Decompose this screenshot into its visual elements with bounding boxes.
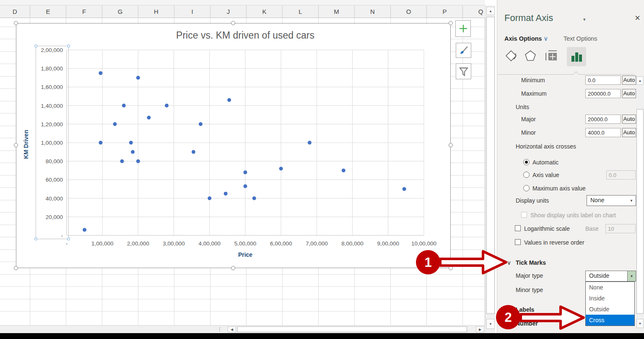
plus-icon — [458, 23, 468, 34]
automatic-label: Automatic — [532, 159, 558, 166]
minor-unit-input[interactable] — [585, 128, 621, 137]
logarithmic-scale-checkbox[interactable] — [515, 225, 521, 231]
svg-text:8,00,000: 8,00,000 — [341, 240, 364, 247]
column-header-Q[interactable]: Q — [463, 5, 485, 18]
major-auto-button[interactable]: Auto — [622, 115, 636, 124]
chevron-down-icon[interactable]: ∨ — [507, 259, 511, 266]
effects-icon[interactable] — [524, 50, 537, 63]
svg-text:2,00,000: 2,00,000 — [127, 240, 149, 247]
svg-text:3,00,000: 3,00,000 — [163, 240, 185, 247]
pane-dropdown-icon[interactable]: ▾ — [583, 17, 586, 22]
column-header-I[interactable]: I — [174, 5, 210, 18]
dropdown-option-inside[interactable]: Inside — [586, 293, 634, 304]
chart-filters-button[interactable] — [456, 63, 471, 79]
scrollbar-grip-icon[interactable]: ⋮ — [217, 326, 222, 332]
vertical-scrollbar[interactable]: ▲ ▼ — [485, 5, 495, 333]
selected-y-axis-box[interactable] — [36, 46, 69, 239]
automatic-radio[interactable] — [523, 159, 530, 165]
right-arrow-icon: ▶ — [479, 328, 481, 331]
tab-axis-options[interactable]: Axis Options ∨ — [504, 35, 548, 42]
chart-elements-button[interactable] — [455, 20, 471, 37]
scroll-down-button[interactable]: ▼ — [486, 319, 495, 329]
column-header-M[interactable]: M — [319, 5, 355, 18]
scroll-up-button[interactable]: ▲ — [486, 7, 495, 15]
pane-title: Format Axis — [504, 13, 553, 23]
close-icon[interactable]: × — [635, 13, 640, 23]
display-units-value: None — [590, 197, 604, 203]
formula-bar-edge — [0, 0, 485, 5]
chart-resize-handle[interactable] — [231, 266, 235, 270]
pane-scrollbar[interactable]: ▲ ▼ — [636, 76, 644, 333]
show-display-units-checkbox — [521, 212, 527, 218]
horizontal-scrollbar[interactable]: ⋮ ◀ ▶ — [0, 325, 485, 333]
major-unit-input[interactable] — [585, 115, 621, 124]
chart-object[interactable]: -1,00,0002,00,0003,00,0004,00,0005,00,00… — [16, 23, 451, 268]
minimum-label: Minimum — [521, 77, 545, 83]
chart-resize-handle[interactable] — [449, 143, 453, 147]
major-type-dropdown[interactable]: Outside ▾ — [585, 271, 636, 282]
tab-text-options[interactable]: Text Options — [564, 35, 597, 42]
down-arrow-icon: ▼ — [489, 322, 492, 326]
chart-resize-handle[interactable] — [14, 21, 18, 25]
left-arrow-icon: ◀ — [231, 328, 233, 331]
svg-text:5,00,000: 5,00,000 — [234, 240, 257, 247]
display-units-dropdown[interactable]: None ▾ — [587, 195, 636, 206]
scroll-left-button[interactable]: ◀ — [228, 326, 236, 332]
axis-options-icon-selected[interactable] — [567, 47, 586, 66]
labels-section-label[interactable]: Labels — [516, 306, 534, 313]
svg-text:6,00,000: 6,00,000 — [270, 240, 292, 247]
chart-title[interactable]: Price vs. KM driven of used cars — [67, 30, 424, 41]
dropdown-option-none[interactable]: None — [586, 282, 634, 293]
column-header-L[interactable]: L — [283, 5, 319, 18]
y-axis-title[interactable]: KM Driven — [23, 111, 31, 178]
scroll-right-button[interactable]: ▶ — [476, 326, 484, 332]
chart-resize-handle[interactable] — [449, 266, 453, 270]
column-header-J[interactable]: J — [210, 5, 247, 18]
x-axis-title[interactable]: Price — [67, 251, 424, 258]
pane-scroll-thumb[interactable] — [636, 109, 644, 314]
chart-resize-handle[interactable] — [449, 21, 453, 25]
fill-line-icon[interactable] — [505, 50, 517, 63]
maximum-axis-value-radio[interactable] — [523, 185, 530, 191]
chevron-down-icon: ∨ — [543, 35, 548, 42]
column-header-G[interactable]: G — [102, 5, 138, 18]
column-header-E[interactable]: E — [30, 5, 66, 18]
axis-value-input — [606, 170, 636, 180]
axis-selection-handle[interactable] — [34, 44, 37, 47]
svg-text:-: - — [66, 240, 68, 247]
column-header-P[interactable]: P — [427, 5, 463, 18]
column-header-K[interactable]: K — [247, 5, 283, 18]
horizontal-scroll-thumb[interactable] — [237, 326, 467, 332]
chart-resize-handle[interactable] — [231, 21, 235, 25]
column-header-F[interactable]: F — [66, 5, 102, 18]
column-header-H[interactable]: H — [138, 5, 174, 18]
minor-auto-button[interactable]: Auto — [622, 128, 636, 137]
chart-resize-handle[interactable] — [14, 266, 18, 270]
vertical-scroll-thumb[interactable] — [486, 17, 495, 314]
axis-selection-handle[interactable] — [67, 237, 70, 240]
column-header-D[interactable]: D — [0, 5, 30, 18]
pane-scroll-up-button[interactable]: ▲ — [636, 76, 644, 85]
pane-scroll-down-button[interactable]: ▼ — [636, 319, 644, 328]
svg-text:7,00,000: 7,00,000 — [306, 240, 328, 247]
size-properties-icon[interactable] — [544, 50, 558, 63]
column-header-N[interactable]: N — [355, 5, 391, 18]
axis-value-radio[interactable] — [523, 172, 530, 178]
chart-styles-button[interactable] — [456, 43, 471, 58]
tick-marks-section-label[interactable]: Tick Marks — [516, 259, 546, 266]
reverse-order-row: Values in reverse order — [497, 238, 636, 249]
chart-resize-handle[interactable] — [14, 143, 18, 147]
column-header-O[interactable]: O — [391, 5, 427, 18]
minor-unit-row: Minor Auto — [497, 128, 636, 139]
maximum-input[interactable] — [585, 89, 621, 98]
maximum-auto-button[interactable]: Auto — [622, 89, 636, 98]
dropdown-option-cross[interactable]: Cross — [586, 315, 634, 326]
values-reverse-order-checkbox[interactable] — [515, 239, 521, 245]
axis-selection-handle[interactable] — [67, 44, 70, 47]
minimum-input[interactable] — [585, 76, 621, 85]
dropdown-option-outside[interactable]: Outside — [586, 304, 634, 315]
minimum-auto-button[interactable]: Auto — [622, 76, 636, 85]
number-section-label[interactable]: Number — [516, 320, 538, 327]
axis-selection-handle[interactable] — [34, 237, 37, 240]
tick-type-dropdown-list[interactable]: NoneInsideOutsideCross — [585, 282, 635, 326]
